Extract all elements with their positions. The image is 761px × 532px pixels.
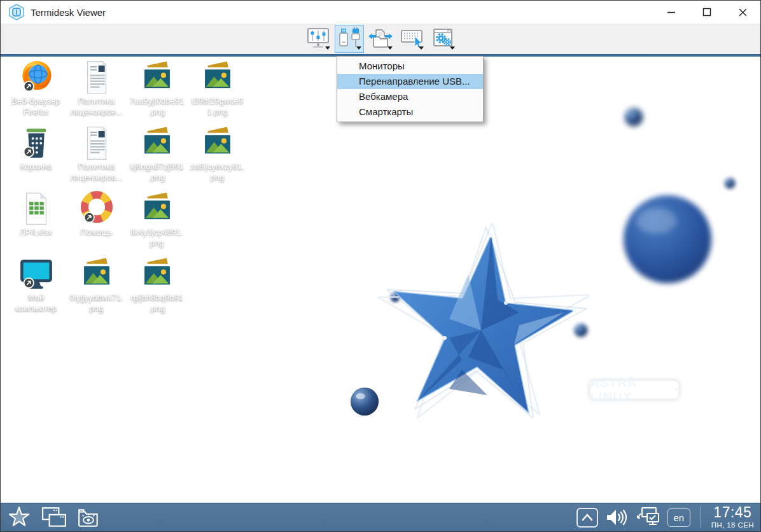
- desktop-icon-label: llk4y3jcp4891. png: [130, 227, 183, 248]
- image-icon: [199, 59, 236, 96]
- network-displays-icon[interactable]: [635, 506, 662, 529]
- desktop-icon-label: ЛР4.xlsx: [20, 227, 52, 238]
- desktop-icon-policy-2[interactable]: Политика лицензиров...: [66, 125, 127, 190]
- desktop-icon-trash[interactable]: Корзина: [6, 125, 66, 190]
- clock-date: ПН, 18 СЕН: [711, 522, 754, 529]
- window-switcher-icon[interactable]: [41, 506, 67, 529]
- document-icon: [78, 125, 115, 162]
- computer-icon: [18, 256, 55, 293]
- image-icon: [199, 125, 236, 162]
- image-icon: [139, 125, 176, 162]
- firefox-icon: [18, 59, 55, 96]
- chevron-down-icon: [325, 46, 330, 50]
- registered-mark: ®: [674, 387, 678, 393]
- astra-linux-logo: ★ ASTRA LINUX ®: [589, 380, 680, 400]
- desktop-icon-firefox[interactable]: Веб-браузер Firefox: [6, 59, 66, 125]
- image-icon: [78, 256, 115, 293]
- tray-expand-button[interactable]: [576, 508, 598, 528]
- spreadsheet-icon: [18, 190, 55, 227]
- keyboard-layout-label: en: [673, 512, 684, 523]
- keyboard-layout-indicator[interactable]: en: [667, 508, 690, 527]
- menu-item-monitors[interactable]: Мониторы: [337, 59, 483, 74]
- desktop-icon-label: Веб-браузер Firefox: [11, 96, 60, 117]
- close-icon: [738, 8, 748, 17]
- image-icon: [139, 190, 176, 227]
- taskbar-divider: [700, 507, 701, 528]
- desktop-icon-image-t39bf29gwce91[interactable]: t39bf29gwce9 1.png: [187, 59, 248, 125]
- desktop-icon-label: za8ijcyexzy81. png: [190, 162, 244, 183]
- sphere-large: [622, 193, 713, 285]
- desktop-icon-label: Политика лицензиров...: [71, 96, 123, 117]
- desktop-icon-label: Корзина: [20, 162, 52, 172]
- desktop-icon-label: Политика лицензиров...: [71, 162, 123, 183]
- desktop-icon-lr4-xlsx[interactable]: ЛР4.xlsx: [6, 190, 66, 256]
- display-settings-button[interactable]: [304, 25, 333, 53]
- sphere-small-top: [624, 108, 643, 127]
- trash-icon: [18, 125, 55, 162]
- desktop-icon-image-0tyjjyyddwk71[interactable]: 0tyjjyyddwk71. png: [66, 256, 127, 321]
- taskbar: en 17:45 ПН, 18 СЕН: [1, 503, 760, 531]
- desktop-icon-grid: Веб-браузер Firefox Корзина ЛР4.xlsx Мой…: [6, 59, 248, 321]
- desktop-icon-my-computer[interactable]: Мой компьютер: [6, 256, 66, 321]
- chevron-down-icon: [356, 46, 361, 50]
- desktop-icon-image-7ua9yjt0dbe91[interactable]: 7ua9yjt0dbe91 .png: [127, 59, 187, 125]
- minimize-icon: [667, 8, 676, 17]
- wallpaper-star: [373, 223, 589, 440]
- desktop-icon-label: 7ua9yjt0dbe91 .png: [130, 96, 184, 117]
- menu-item-smartcards[interactable]: Смарткарты: [337, 104, 483, 120]
- volume-icon[interactable]: [604, 506, 629, 529]
- session-settings-button[interactable]: [428, 25, 457, 53]
- desktop-icon-label: kj6ngn87zj991 .png: [130, 162, 184, 183]
- desktop-icon-label: Помощь: [80, 227, 112, 238]
- document-icon: [78, 59, 115, 96]
- clock-time: 17:45: [711, 505, 754, 520]
- clock[interactable]: 17:45 ПН, 18 СЕН: [711, 505, 754, 529]
- chevron-down-icon: [419, 46, 424, 50]
- desktop-icon-image-llk4y3jcp4891[interactable]: llk4y3jcp4891. png: [127, 190, 187, 256]
- desktop-icon-label: Мой компьютер: [15, 293, 57, 314]
- image-icon: [139, 256, 176, 293]
- chevron-down-icon: [387, 46, 393, 50]
- usb-redirect-button[interactable]: [335, 25, 364, 53]
- minimize-button[interactable]: [653, 1, 689, 24]
- desktop-icon-label: t39bf29gwce9 1.png: [192, 96, 243, 117]
- termidesk-logo-icon: [8, 4, 25, 20]
- desktop-icon-label: rgijbh8bq9b91 .png: [130, 293, 183, 314]
- desktop-icon-policy-1[interactable]: Политика лицензиров...: [66, 59, 127, 125]
- help-icon: [78, 190, 115, 227]
- title-bar: Termidesk Viewer: [1, 1, 760, 24]
- maximize-button[interactable]: [689, 1, 725, 24]
- session-toolbar: [1, 24, 760, 54]
- sphere-right-edge: [724, 178, 736, 189]
- image-icon: [139, 59, 176, 96]
- window-title: Termidesk Viewer: [31, 7, 106, 18]
- usb-devices-dropdown-menu: Мониторы Перенаправление USB... Вебкамер…: [337, 56, 484, 122]
- desktop-icon-help[interactable]: Помощь: [66, 190, 127, 256]
- desktop-icon-label: 0tyjjyyddwk71. png: [69, 293, 123, 314]
- desktop-icon-image-rgijbh8bq9b91[interactable]: rgijbh8bq9b91 .png: [127, 256, 187, 321]
- termidesk-viewer-window: Termidesk Viewer: [0, 0, 761, 532]
- keyboard-input-button[interactable]: [397, 25, 426, 53]
- desktop-icon-image-za8ijcyexzy81[interactable]: za8ijcyexzy81. png: [187, 125, 248, 190]
- desktop-icon-image-kj6ngn87zj991[interactable]: kj6ngn87zj991 .png: [127, 125, 187, 190]
- chevron-up-icon: [580, 512, 594, 522]
- maximize-icon: [702, 8, 711, 17]
- menu-item-usb-redirect[interactable]: Перенаправление USB...: [337, 74, 483, 89]
- chevron-down-icon: [450, 46, 455, 50]
- start-menu-star-icon[interactable]: [7, 505, 31, 529]
- screenshot-tool-icon[interactable]: [77, 506, 101, 529]
- file-transfer-button[interactable]: [366, 25, 395, 53]
- close-button[interactable]: [725, 1, 760, 24]
- menu-item-webcam[interactable]: Вебкамера: [337, 89, 483, 104]
- astra-star-icon: ★: [627, 374, 635, 383]
